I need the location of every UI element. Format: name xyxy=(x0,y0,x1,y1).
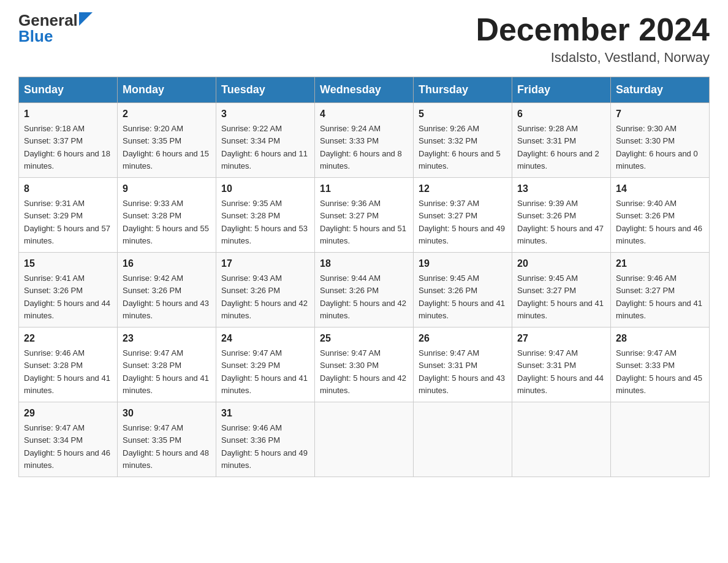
day-info: Sunrise: 9:47 AMSunset: 3:31 PMDaylight:… xyxy=(419,348,505,395)
table-row: 1 Sunrise: 9:18 AMSunset: 3:37 PMDayligh… xyxy=(19,103,118,178)
day-number: 14 xyxy=(616,182,704,196)
week-row-2: 8 Sunrise: 9:31 AMSunset: 3:29 PMDayligh… xyxy=(19,178,710,253)
table-row: 31 Sunrise: 9:46 AMSunset: 3:36 PMDaylig… xyxy=(216,402,315,477)
svg-marker-0 xyxy=(79,12,93,26)
table-row: 7 Sunrise: 9:30 AMSunset: 3:30 PMDayligh… xyxy=(611,103,710,178)
day-info: Sunrise: 9:30 AMSunset: 3:30 PMDaylight:… xyxy=(616,124,698,170)
day-info: Sunrise: 9:45 AMSunset: 3:27 PMDaylight:… xyxy=(517,274,604,320)
day-number: 2 xyxy=(123,107,211,121)
table-row: 22 Sunrise: 9:46 AMSunset: 3:28 PMDaylig… xyxy=(19,327,118,402)
day-info: Sunrise: 9:47 AMSunset: 3:31 PMDaylight:… xyxy=(517,348,604,395)
day-number: 22 xyxy=(24,331,112,346)
day-info: Sunrise: 9:46 AMSunset: 3:28 PMDaylight:… xyxy=(24,348,110,395)
day-info: Sunrise: 9:35 AMSunset: 3:28 PMDaylight:… xyxy=(221,199,308,245)
table-row: 24 Sunrise: 9:47 AMSunset: 3:29 PMDaylig… xyxy=(216,327,315,402)
day-number: 10 xyxy=(221,182,309,196)
day-number: 20 xyxy=(517,256,605,271)
day-number: 27 xyxy=(517,331,605,346)
day-info: Sunrise: 9:22 AMSunset: 3:34 PMDaylight:… xyxy=(221,124,308,170)
day-number: 24 xyxy=(221,331,309,346)
table-row: 12 Sunrise: 9:37 AMSunset: 3:27 PMDaylig… xyxy=(414,178,512,253)
day-info: Sunrise: 9:18 AMSunset: 3:37 PMDaylight:… xyxy=(24,124,110,170)
day-info: Sunrise: 9:31 AMSunset: 3:29 PMDaylight:… xyxy=(24,199,110,245)
table-row xyxy=(611,402,710,477)
day-number: 11 xyxy=(320,182,408,196)
day-info: Sunrise: 9:47 AMSunset: 3:34 PMDaylight:… xyxy=(24,423,110,470)
header-wednesday: Wednesday xyxy=(315,77,414,103)
table-row: 28 Sunrise: 9:47 AMSunset: 3:33 PMDaylig… xyxy=(611,327,710,402)
header-saturday: Saturday xyxy=(611,77,710,103)
page-header: General Blue December 2024 Isdalsto, Ves… xyxy=(18,12,710,66)
day-number: 6 xyxy=(517,107,605,121)
logo-general-text: General xyxy=(18,12,78,28)
day-info: Sunrise: 9:47 AMSunset: 3:35 PMDaylight:… xyxy=(123,423,209,470)
day-number: 13 xyxy=(517,182,605,196)
day-number: 29 xyxy=(24,406,112,421)
table-row: 26 Sunrise: 9:47 AMSunset: 3:31 PMDaylig… xyxy=(414,327,512,402)
calendar-title: December 2024 xyxy=(476,12,710,47)
day-number: 12 xyxy=(419,182,507,196)
table-row xyxy=(512,402,611,477)
day-info: Sunrise: 9:46 AMSunset: 3:27 PMDaylight:… xyxy=(616,274,702,320)
day-info: Sunrise: 9:47 AMSunset: 3:28 PMDaylight:… xyxy=(123,348,209,395)
title-block: December 2024 Isdalsto, Vestland, Norway xyxy=(476,12,710,66)
table-row: 23 Sunrise: 9:47 AMSunset: 3:28 PMDaylig… xyxy=(118,327,216,402)
logo-triangle-icon xyxy=(79,12,93,26)
week-row-3: 15 Sunrise: 9:41 AMSunset: 3:26 PMDaylig… xyxy=(19,253,710,327)
logo: General Blue xyxy=(18,12,93,44)
table-row: 5 Sunrise: 9:26 AMSunset: 3:32 PMDayligh… xyxy=(414,103,512,178)
table-row: 10 Sunrise: 9:35 AMSunset: 3:28 PMDaylig… xyxy=(216,178,315,253)
header-tuesday: Tuesday xyxy=(216,77,315,103)
calendar-table: Sunday Monday Tuesday Wednesday Thursday… xyxy=(18,77,710,477)
table-row: 25 Sunrise: 9:47 AMSunset: 3:30 PMDaylig… xyxy=(315,327,414,402)
day-number: 9 xyxy=(123,182,211,196)
logo-blue-text: Blue xyxy=(18,28,53,44)
table-row: 17 Sunrise: 9:43 AMSunset: 3:26 PMDaylig… xyxy=(216,253,315,327)
table-row xyxy=(315,402,414,477)
table-row: 3 Sunrise: 9:22 AMSunset: 3:34 PMDayligh… xyxy=(216,103,315,178)
day-info: Sunrise: 9:37 AMSunset: 3:27 PMDaylight:… xyxy=(419,199,505,245)
day-info: Sunrise: 9:26 AMSunset: 3:32 PMDaylight:… xyxy=(419,124,501,170)
table-row: 21 Sunrise: 9:46 AMSunset: 3:27 PMDaylig… xyxy=(611,253,710,327)
day-info: Sunrise: 9:39 AMSunset: 3:26 PMDaylight:… xyxy=(517,199,604,245)
day-number: 1 xyxy=(24,107,112,121)
day-number: 18 xyxy=(320,256,408,271)
day-info: Sunrise: 9:40 AMSunset: 3:26 PMDaylight:… xyxy=(616,199,702,245)
table-row: 2 Sunrise: 9:20 AMSunset: 3:35 PMDayligh… xyxy=(118,103,216,178)
day-info: Sunrise: 9:28 AMSunset: 3:31 PMDaylight:… xyxy=(517,124,599,170)
day-info: Sunrise: 9:47 AMSunset: 3:30 PMDaylight:… xyxy=(320,348,406,395)
table-row: 18 Sunrise: 9:44 AMSunset: 3:26 PMDaylig… xyxy=(315,253,414,327)
table-row: 15 Sunrise: 9:41 AMSunset: 3:26 PMDaylig… xyxy=(19,253,118,327)
day-number: 5 xyxy=(419,107,507,121)
table-row: 4 Sunrise: 9:24 AMSunset: 3:33 PMDayligh… xyxy=(315,103,414,178)
weekday-header-row: Sunday Monday Tuesday Wednesday Thursday… xyxy=(19,77,710,103)
table-row: 11 Sunrise: 9:36 AMSunset: 3:27 PMDaylig… xyxy=(315,178,414,253)
header-thursday: Thursday xyxy=(414,77,512,103)
day-number: 23 xyxy=(123,331,211,346)
day-number: 30 xyxy=(123,406,211,421)
table-row: 19 Sunrise: 9:45 AMSunset: 3:26 PMDaylig… xyxy=(414,253,512,327)
day-number: 8 xyxy=(24,182,112,196)
day-info: Sunrise: 9:41 AMSunset: 3:26 PMDaylight:… xyxy=(24,274,110,320)
day-number: 3 xyxy=(221,107,309,121)
day-info: Sunrise: 9:36 AMSunset: 3:27 PMDaylight:… xyxy=(320,199,406,245)
table-row: 8 Sunrise: 9:31 AMSunset: 3:29 PMDayligh… xyxy=(19,178,118,253)
day-number: 31 xyxy=(221,406,309,421)
week-row-5: 29 Sunrise: 9:47 AMSunset: 3:34 PMDaylig… xyxy=(19,402,710,477)
day-info: Sunrise: 9:42 AMSunset: 3:26 PMDaylight:… xyxy=(123,274,209,320)
day-number: 19 xyxy=(419,256,507,271)
day-info: Sunrise: 9:44 AMSunset: 3:26 PMDaylight:… xyxy=(320,274,406,320)
table-row: 27 Sunrise: 9:47 AMSunset: 3:31 PMDaylig… xyxy=(512,327,611,402)
day-info: Sunrise: 9:45 AMSunset: 3:26 PMDaylight:… xyxy=(419,274,505,320)
day-number: 25 xyxy=(320,331,408,346)
day-number: 28 xyxy=(616,331,704,346)
day-info: Sunrise: 9:47 AMSunset: 3:29 PMDaylight:… xyxy=(221,348,308,395)
table-row: 9 Sunrise: 9:33 AMSunset: 3:28 PMDayligh… xyxy=(118,178,216,253)
table-row: 16 Sunrise: 9:42 AMSunset: 3:26 PMDaylig… xyxy=(118,253,216,327)
table-row: 30 Sunrise: 9:47 AMSunset: 3:35 PMDaylig… xyxy=(118,402,216,477)
table-row xyxy=(414,402,512,477)
week-row-4: 22 Sunrise: 9:46 AMSunset: 3:28 PMDaylig… xyxy=(19,327,710,402)
day-number: 7 xyxy=(616,107,704,121)
day-number: 4 xyxy=(320,107,408,121)
day-info: Sunrise: 9:46 AMSunset: 3:36 PMDaylight:… xyxy=(221,423,308,470)
